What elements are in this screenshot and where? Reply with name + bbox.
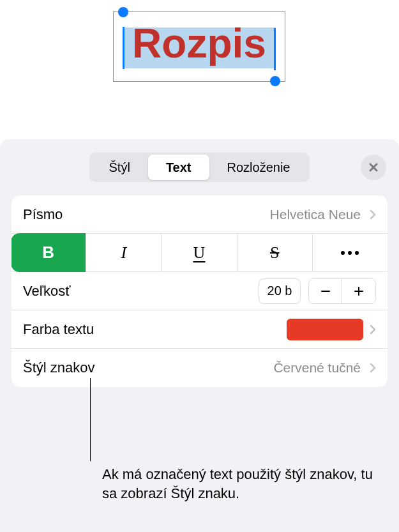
tab-layout[interactable]: Rozloženie (209, 155, 308, 180)
callout-text: Ak má označený text použitý štýl znakov,… (102, 465, 380, 503)
font-value: Helvetica Neue (270, 207, 361, 222)
minus-icon (319, 285, 332, 298)
inspector-tabs: Štýl Text Rozloženie (89, 153, 310, 182)
tab-style[interactable]: Štýl (91, 155, 148, 180)
character-style-row[interactable]: Štýl znakov Červené tučné (11, 349, 388, 387)
chevron-right-icon (370, 363, 376, 373)
character-style-value: Červené tučné (273, 360, 361, 376)
text-color-swatch[interactable] (287, 319, 363, 340)
callout-leader-line (90, 378, 91, 461)
text-options-card: Písmo Helvetica Neue B I U S Veľkosť 20 … (11, 195, 388, 387)
italic-button[interactable]: I (86, 234, 162, 271)
close-button[interactable] (361, 155, 386, 180)
size-label: Veľkosť (23, 283, 259, 300)
chevron-right-icon (370, 324, 376, 335)
size-field[interactable]: 20 b (259, 278, 301, 304)
selection-handle-start[interactable] (118, 7, 128, 17)
underline-button[interactable]: U (162, 234, 237, 271)
tab-text[interactable]: Text (148, 155, 209, 180)
size-row: Veľkosť 20 b (11, 272, 388, 310)
size-stepper (308, 278, 376, 304)
bold-button[interactable]: B (11, 233, 86, 272)
more-icon (341, 251, 359, 255)
strikethrough-button[interactable]: S (237, 234, 313, 271)
document-canvas: Rozpis (0, 0, 399, 139)
strikethrough-button-label: S (270, 243, 279, 262)
text-color-row[interactable]: Farba textu (11, 310, 388, 349)
chevron-right-icon (370, 209, 376, 220)
text-box[interactable]: Rozpis (113, 11, 285, 82)
plus-icon (352, 285, 365, 298)
font-label: Písmo (23, 206, 270, 223)
character-style-label: Štýl znakov (23, 360, 273, 376)
underline-button-label: U (193, 243, 206, 262)
size-control: 20 b (259, 278, 376, 304)
style-buttons-row: B I U S (11, 234, 388, 272)
close-icon (368, 162, 379, 172)
size-decrease-button[interactable] (309, 279, 342, 303)
selection-handle-end[interactable] (270, 76, 280, 86)
inspector-tab-row: Štýl Text Rozloženie (0, 139, 399, 195)
text-color-label: Farba textu (23, 321, 287, 338)
size-increase-button[interactable] (342, 279, 375, 303)
text-box-content[interactable]: Rozpis (114, 23, 285, 64)
font-row[interactable]: Písmo Helvetica Neue (11, 195, 388, 234)
more-options-button[interactable] (313, 234, 388, 271)
